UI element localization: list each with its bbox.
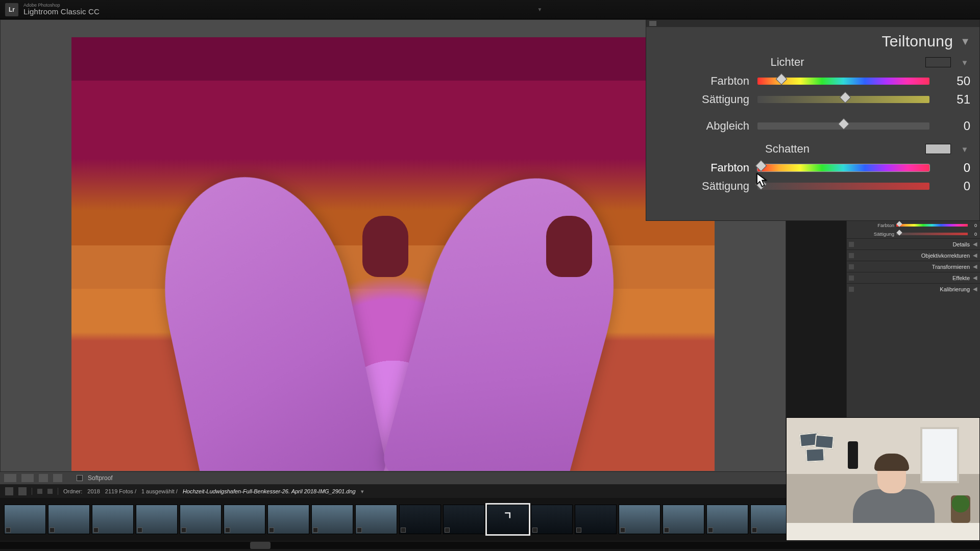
main-area: Teiltonung ▼ Lichter ▼ Farbton 50 Sättig… [0, 19, 980, 551]
thumbnail-selected[interactable]: ⌝ [487, 505, 529, 534]
chevron-left-icon: ◀ [973, 252, 977, 259]
filmstrip-scroll-thumb[interactable] [250, 542, 271, 549]
shadows-sat-slider[interactable] [757, 183, 929, 190]
small-hue-value[interactable]: 0 [970, 223, 977, 228]
highlights-sat-slider[interactable] [757, 96, 929, 103]
panel-lens-corrections[interactable]: Objektivkorrekturen◀ [847, 249, 980, 261]
balance-value[interactable]: 0 [938, 119, 970, 133]
highlights-sat-label: Sättigung [657, 93, 749, 106]
highlights-hue-value[interactable]: 50 [938, 74, 970, 88]
webcam-overlay [786, 417, 980, 541]
folder-name[interactable]: 2018 [87, 488, 100, 494]
grid-button[interactable] [18, 487, 27, 495]
highlights-sat-value[interactable]: 51 [938, 92, 970, 107]
shadows-hue-slider[interactable] [757, 164, 929, 171]
app-logo: Lr [5, 3, 18, 16]
chevron-left-icon: ◀ [973, 274, 977, 281]
selected-count: 1 ausgewählt / [141, 488, 178, 494]
softproof-label: Softproof [88, 474, 113, 482]
filmstrip-scrollbar[interactable] [0, 542, 980, 549]
panel-switch-icon[interactable] [849, 242, 854, 247]
thumbnail[interactable] [355, 505, 397, 534]
thumbnail[interactable] [399, 505, 441, 534]
balance-label: Abgleich [657, 119, 749, 133]
highlights-hue-label: Farbton [657, 74, 749, 88]
panel-switch-icon[interactable] [849, 276, 854, 281]
panel-effects[interactable]: Effekte◀ [847, 272, 980, 283]
small-sat-slider[interactable] [896, 233, 968, 235]
current-filename[interactable]: Hochzeit-Ludwigshafen-Full-Benkesser-26.… [183, 488, 356, 494]
shadows-sat-label: Sättigung [657, 180, 749, 193]
split-toning-panel: Teiltonung ▼ Lichter ▼ Farbton 50 Sättig… [646, 19, 980, 221]
highlights-hue-row: Farbton 50 [657, 72, 970, 90]
filename-dropdown-icon[interactable]: ▾ [361, 488, 364, 495]
thumbnail[interactable] [92, 505, 134, 534]
panel-transform[interactable]: Transformieren◀ [847, 261, 980, 272]
panel-switch-icon[interactable] [849, 287, 854, 292]
small-hue-row: Farbton 0 [847, 221, 980, 230]
app-title-block: Adobe Photoshop Lightroom Classic CC [23, 3, 100, 16]
highlights-sat-row: Sättigung 51 [657, 90, 970, 109]
shadows-hue-value[interactable]: 0 [938, 161, 970, 175]
chevron-left-icon: ◀ [973, 286, 977, 292]
panel-title: Teiltonung [881, 33, 953, 50]
balance-slider[interactable] [757, 122, 929, 130]
panel-switch-icon[interactable] [849, 264, 854, 269]
preview-image [71, 37, 715, 471]
thumbnail[interactable] [619, 505, 660, 534]
shadows-dropdown[interactable]: ▼ [959, 145, 970, 154]
balance-row: Abgleich 0 [657, 117, 970, 135]
highlights-header: Lichter ▼ [657, 56, 970, 69]
photo-count: 2119 Fotos / [105, 488, 136, 494]
shadows-label: Schatten [657, 142, 917, 156]
thumbnail[interactable] [443, 505, 485, 534]
nav-prev-button[interactable] [37, 489, 42, 494]
highlights-label: Lichter [657, 56, 917, 69]
shadows-sat-value[interactable]: 0 [938, 179, 970, 193]
small-sat-value[interactable]: 0 [970, 232, 977, 237]
highlights-hue-slider[interactable] [757, 78, 929, 85]
nav-next-button[interactable] [47, 489, 53, 494]
small-sat-row: Sättigung 0 [847, 230, 980, 238]
folder-label: Ordner: [63, 488, 82, 494]
softproof-checkbox[interactable] [77, 475, 83, 481]
thumbnail[interactable] [48, 505, 90, 534]
survey-button[interactable] [53, 474, 62, 482]
loupe-view-button[interactable] [4, 474, 16, 482]
thumbnail[interactable] [136, 505, 178, 534]
shadows-hue-row: Farbton 0 [657, 159, 970, 177]
thumbnail[interactable] [706, 505, 748, 534]
highlights-dropdown[interactable]: ▼ [959, 58, 970, 67]
titlebar-collapse[interactable]: ▼ [105, 7, 975, 12]
shadows-swatch[interactable] [925, 144, 951, 154]
thumbnail[interactable] [4, 505, 46, 534]
panel-details[interactable]: Details◀ [847, 238, 980, 249]
shadows-header: Schatten ▼ [657, 142, 970, 156]
small-hue-label: Farbton [850, 222, 894, 228]
shadows-sat-row: Sättigung 0 [657, 177, 970, 195]
thumbnail[interactable] [180, 505, 222, 534]
compare-button[interactable] [39, 474, 48, 482]
second-window-button[interactable] [5, 487, 13, 495]
before-after-button[interactable] [21, 474, 34, 482]
chevron-left-icon: ◀ [973, 241, 977, 247]
panel-top-strip [646, 20, 979, 27]
panel-collapse-toggle[interactable]: ▼ [960, 36, 970, 47]
highlights-swatch[interactable] [925, 57, 951, 67]
small-sat-label: Sättigung [850, 231, 894, 237]
titlebar: Lr Adobe Photoshop Lightroom Classic CC … [0, 0, 980, 19]
panel-switch-icon[interactable] [849, 253, 854, 258]
thumbnail[interactable] [311, 505, 353, 534]
thumbnail[interactable] [224, 505, 265, 534]
chevron-left-icon: ◀ [973, 263, 977, 270]
thumbnail[interactable] [575, 505, 617, 534]
app-title: Lightroom Classic CC [23, 8, 100, 16]
small-hue-slider[interactable] [896, 224, 968, 227]
thumbnail[interactable] [531, 505, 573, 534]
view-toolbar: Softproof [0, 471, 786, 485]
panel-calibration[interactable]: Kalibrierung◀ [847, 283, 980, 294]
thumbnail[interactable] [663, 505, 704, 534]
panel-switch[interactable] [649, 21, 656, 26]
thumbnail[interactable] [267, 505, 309, 534]
shadows-hue-label: Farbton [657, 161, 749, 174]
